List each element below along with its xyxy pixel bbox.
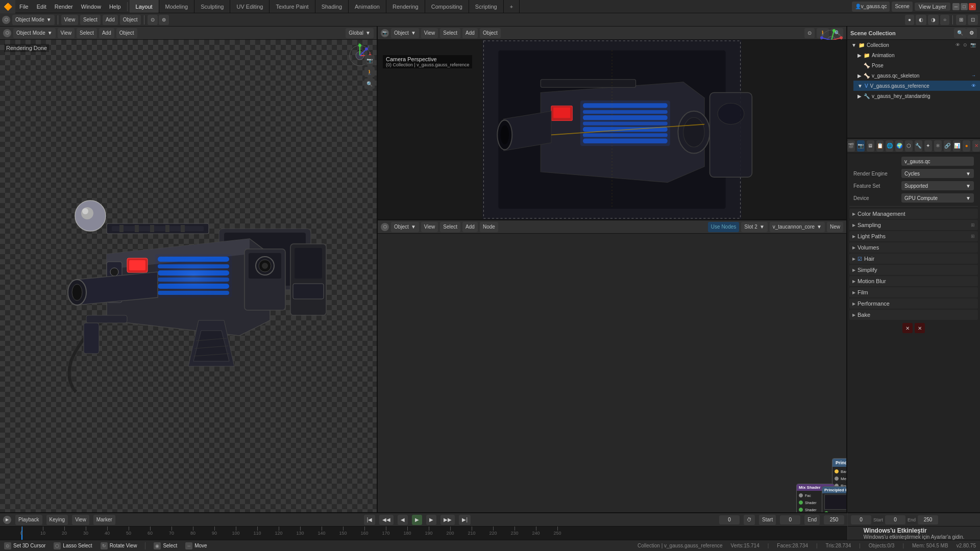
section-simplify[interactable]: ▶ Simplify: [849, 265, 978, 275]
next-frame-btn[interactable]: ▶: [426, 515, 436, 525]
status-move[interactable]: ↔ Move: [185, 542, 207, 549]
jump-end-btn[interactable]: ▶|: [459, 515, 471, 525]
marker-menu[interactable]: Marker: [93, 515, 115, 525]
prop-icon-particles[interactable]: ✦: [924, 140, 932, 152]
active-object-value[interactable]: v_gauss.qc: [901, 157, 974, 166]
current-frame-input[interactable]: 0: [780, 515, 800, 524]
use-nodes-btn[interactable]: Use Nodes: [708, 222, 739, 232]
render-engine-value[interactable]: Cycles ▼: [901, 169, 974, 178]
shading-render[interactable]: ◑: [928, 15, 939, 25]
maximize-button[interactable]: □: [961, 3, 968, 10]
node-view[interactable]: View: [421, 222, 438, 232]
collection-cursor-icon[interactable]: ⊙: [963, 42, 967, 47]
section-film[interactable]: ▶ Film: [849, 287, 978, 297]
status-select[interactable]: ◉ Select: [154, 542, 177, 549]
walk-tool[interactable]: 🚶: [364, 67, 375, 77]
prop-icon-shader[interactable]: ✕: [972, 140, 980, 152]
proportional-btn[interactable]: ⊚: [159, 15, 169, 25]
blender-logo-icon[interactable]: 🔶: [0, 0, 15, 13]
start-frame-input[interactable]: 0: [719, 515, 740, 524]
outliner-filter[interactable]: ⚙: [966, 28, 977, 38]
close-button[interactable]: ✕: [969, 3, 976, 10]
prop-icon-scene2[interactable]: 🌐: [886, 140, 893, 152]
outliner-pose[interactable]: 🦴 Pose: [860, 60, 980, 70]
tab-add[interactable]: +: [504, 0, 520, 13]
view-layer-label[interactable]: View Layer: [915, 3, 950, 11]
object-menu[interactable]: Object: [120, 15, 141, 25]
bottom-start-frame[interactable]: 0: [851, 515, 871, 524]
section-color-management[interactable]: ▶ Color Management: [849, 209, 978, 219]
outliner-search[interactable]: 🔍: [954, 28, 966, 38]
tab-layout[interactable]: Layout: [130, 0, 159, 13]
prop-extra-icon-1[interactable]: ✕: [902, 323, 913, 333]
prev-keyframe-btn[interactable]: ◀◀: [379, 515, 394, 525]
tab-sculpting[interactable]: Sculpting: [194, 0, 230, 13]
outliner-standardrig[interactable]: ▶ 🔧 v_gauss_hey_standardrig: [853, 91, 980, 101]
prop-icon-physics[interactable]: ⚛: [934, 140, 942, 152]
tab-uv-editing[interactable]: UV Editing: [230, 0, 270, 13]
ref-eye-icon[interactable]: 👁: [971, 83, 976, 88]
tab-rendering[interactable]: Rendering: [386, 0, 425, 13]
section-motion-blur[interactable]: ▶ Motion Blur: [849, 276, 978, 286]
collection-render-icon[interactable]: 📷: [970, 42, 976, 47]
node-add[interactable]: Add: [462, 222, 478, 232]
cam-object[interactable]: Object: [480, 28, 501, 38]
node-object-dropdown[interactable]: Object▼: [391, 222, 419, 232]
outliner-skeleton[interactable]: ▶ 🦴 v_gauss.qc_skeleton →: [853, 70, 980, 81]
view-menu-timeline[interactable]: View: [72, 515, 89, 525]
prev-frame-btn[interactable]: ◀: [398, 515, 408, 525]
feature-set-value[interactable]: Supported ▼: [901, 181, 974, 190]
view-menu[interactable]: View: [61, 15, 79, 25]
viewport-view[interactable]: View: [58, 28, 75, 38]
camera-object-dropdown[interactable]: Object▼: [391, 28, 419, 38]
object-mode-dropdown[interactable]: Object Mode ▼: [12, 15, 55, 25]
scene-selector[interactable]: Scene: [892, 2, 912, 12]
prop-icon-constraints[interactable]: 🔗: [944, 140, 951, 152]
global-dropdown[interactable]: Global ▼: [346, 28, 374, 38]
cam-select[interactable]: Select: [440, 28, 460, 38]
section-bake[interactable]: ▶ Bake: [849, 310, 978, 320]
cam-add[interactable]: Add: [462, 28, 478, 38]
prop-icon-render[interactable]: 📷: [857, 140, 865, 152]
end-frame-input[interactable]: 250: [824, 515, 844, 524]
prop-icon-material[interactable]: ●: [963, 140, 970, 152]
viewport-select[interactable]: Select: [77, 28, 97, 38]
hair-checkbox[interactable]: ☑: [857, 256, 862, 262]
node-new-btn[interactable]: New: [827, 222, 843, 232]
tab-animation[interactable]: Animation: [349, 0, 386, 13]
shading-solid[interactable]: ●: [905, 15, 914, 25]
node-canvas[interactable]: Principled BSDF Base Color Metallic Roug…: [378, 234, 846, 540]
tab-texture-paint[interactable]: Texture Paint: [270, 0, 315, 13]
outliner-reference[interactable]: ▼ V V_gauss.gauss_reference 👁: [853, 81, 980, 91]
prop-icon-modifier[interactable]: 🔧: [915, 140, 922, 152]
section-light-paths[interactable]: ▶ Light Paths ⊞: [849, 231, 978, 241]
cam-gizmo[interactable]: ⊙: [804, 28, 815, 38]
prop-icon-view-layer[interactable]: 📋: [876, 140, 884, 152]
menu-file[interactable]: File: [15, 0, 33, 13]
play-btn[interactable]: ▶: [412, 515, 422, 525]
prop-icon-scene[interactable]: 🎬: [847, 140, 855, 152]
minimize-button[interactable]: ─: [952, 3, 960, 10]
camera-tool[interactable]: 📷: [364, 55, 375, 65]
viewport-object[interactable]: Object: [116, 28, 137, 38]
menu-edit[interactable]: Edit: [33, 0, 51, 13]
material-dropdown[interactable]: v_taucannon_core▼: [770, 222, 825, 232]
jump-start-btn[interactable]: |◀: [364, 515, 376, 525]
tab-scripting[interactable]: Scripting: [469, 0, 504, 13]
menu-window[interactable]: Window: [77, 0, 105, 13]
device-value[interactable]: GPU Compute ▼: [901, 193, 974, 203]
section-hair[interactable]: ▶ ☑ Hair: [849, 254, 978, 264]
overlay-btn[interactable]: ⊞: [956, 15, 966, 25]
section-volumes[interactable]: ▶ Volumes: [849, 242, 978, 253]
prop-icon-object[interactable]: ⬡: [905, 140, 913, 152]
section-sampling[interactable]: ▶ Sampling ⊞: [849, 220, 978, 230]
prop-icon-world[interactable]: 🌍: [895, 140, 903, 152]
shading-rendered[interactable]: ○: [940, 15, 949, 25]
next-keyframe-btn[interactable]: ▶▶: [440, 515, 455, 525]
zoom-tool[interactable]: 🔍: [364, 79, 375, 89]
shading-material[interactable]: ◐: [916, 15, 926, 25]
add-menu[interactable]: Add: [103, 15, 118, 25]
node-node[interactable]: Node: [480, 222, 498, 232]
user-account[interactable]: 👤 v_gauss.qc: [852, 2, 890, 12]
tab-shading[interactable]: Shading: [315, 0, 349, 13]
